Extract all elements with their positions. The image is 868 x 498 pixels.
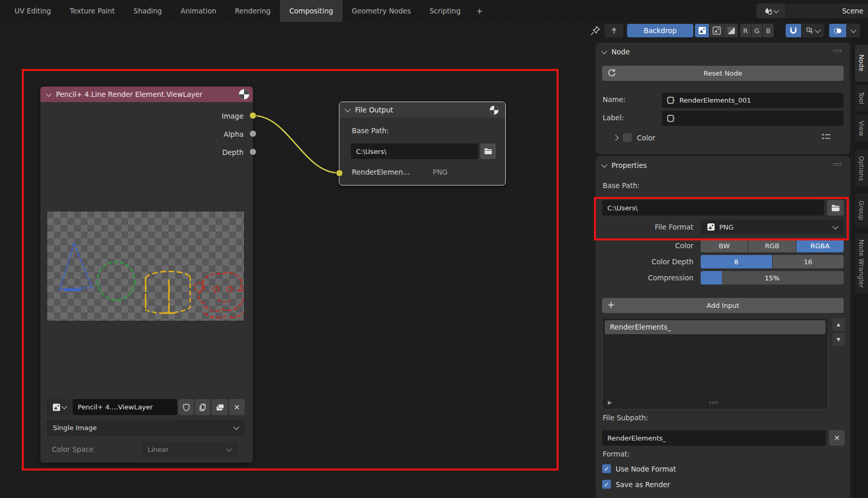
color-subpanel-row[interactable]: Color bbox=[614, 133, 655, 142]
tab-compositing[interactable]: Compositing bbox=[280, 0, 343, 22]
file-output-node[interactable]: File Output Base Path: C:\Users\ RenderE… bbox=[339, 102, 505, 185]
sidebar-tab-node[interactable]: Node bbox=[855, 44, 868, 82]
color-depth-16[interactable]: 16 bbox=[773, 255, 844, 268]
overlap-options-dropdown[interactable] bbox=[847, 24, 860, 37]
use-node-format-checkbox[interactable]: ✓ bbox=[602, 464, 611, 473]
base-path-field[interactable]: C:\Users\ bbox=[351, 144, 478, 159]
backdrop-channel-color-alpha-button[interactable] bbox=[695, 24, 709, 37]
tab-scripting[interactable]: Scripting bbox=[420, 0, 470, 22]
base-path-field[interactable]: C:\Users\ bbox=[602, 200, 824, 216]
sidebar-tab-group[interactable]: Group bbox=[855, 193, 868, 228]
use-node-format-row[interactable]: ✓ Use Node Format bbox=[602, 464, 676, 473]
image-source-dropdown[interactable]: Single Image bbox=[47, 420, 245, 436]
image-datablock-row: Pencil+ 4....ViewLayer ✕ bbox=[47, 399, 245, 415]
backdrop-channel-alpha-button[interactable] bbox=[724, 24, 738, 37]
render-layers-node-header[interactable]: Pencil+ 4.Line Render Element.ViewLayer bbox=[40, 87, 253, 102]
collapse-chevron-icon[interactable] bbox=[46, 91, 51, 96]
copy-button[interactable] bbox=[195, 399, 210, 415]
remove-input-button[interactable]: ✕ bbox=[829, 430, 845, 446]
magnet-icon bbox=[789, 26, 798, 35]
check-icon: ✓ bbox=[604, 481, 609, 488]
node-icon bbox=[667, 115, 675, 122]
sidebar-tab-options[interactable]: Options bbox=[855, 149, 868, 188]
color-space-dropdown[interactable]: Linear bbox=[141, 442, 237, 458]
scene-name[interactable]: Scene bbox=[786, 4, 868, 18]
file-slot-name: RenderElemen... bbox=[352, 168, 410, 176]
name-label: Name: bbox=[603, 95, 625, 104]
tab-animation[interactable]: Animation bbox=[171, 0, 225, 22]
color-depth-8[interactable]: 8 bbox=[701, 255, 772, 268]
add-input-button[interactable]: + Add Input bbox=[602, 298, 844, 313]
file-slots-list[interactable]: RenderElements_ ▶ bbox=[602, 318, 828, 409]
socket-output-image[interactable] bbox=[249, 112, 257, 119]
collapse-chevron-icon[interactable] bbox=[345, 106, 350, 112]
snap-toggle-button[interactable] bbox=[786, 24, 801, 37]
file-output-node-header[interactable]: File Output bbox=[339, 102, 505, 118]
image-color-alpha-icon bbox=[698, 26, 706, 35]
chevron-right-icon bbox=[613, 135, 618, 140]
node-icon bbox=[667, 96, 675, 104]
list-resize-grip-icon[interactable] bbox=[709, 401, 718, 404]
node-name-field[interactable]: RenderElements_001 bbox=[662, 93, 844, 108]
chevron-down-icon bbox=[832, 223, 838, 229]
channel-r-button[interactable]: R bbox=[740, 24, 751, 37]
reset-node-button[interactable]: Reset Node bbox=[602, 66, 844, 81]
node-panel-header[interactable]: Node bbox=[602, 48, 630, 56]
list-move-down-button[interactable]: ▼ bbox=[832, 333, 845, 346]
chevron-down-icon bbox=[61, 403, 67, 409]
unlink-button[interactable]: ✕ bbox=[229, 399, 245, 415]
sidebar-tab-tool[interactable]: Tool bbox=[855, 84, 868, 112]
image-color-icon bbox=[713, 26, 721, 35]
file-slot-list-item[interactable]: RenderElements_ bbox=[605, 320, 826, 334]
base-path-label: Base Path: bbox=[352, 126, 389, 135]
tab-texture-paint[interactable]: Texture Paint bbox=[60, 0, 124, 22]
overlap-toggle-button[interactable] bbox=[829, 24, 846, 37]
properties-panel: Properties Base Path: C:\Users\ File For… bbox=[596, 156, 850, 498]
open-folder-button[interactable] bbox=[480, 144, 496, 159]
image-name-field[interactable]: Pencil+ 4....ViewLayer bbox=[73, 399, 177, 415]
color-checkbox[interactable] bbox=[623, 133, 632, 142]
browse-folder-button[interactable] bbox=[827, 200, 844, 216]
file-subpath-field[interactable]: RenderElements_ bbox=[602, 430, 826, 446]
file-format-dropdown[interactable]: PNG bbox=[701, 220, 844, 234]
compression-slider[interactable]: 15% bbox=[701, 271, 844, 284]
pin-icon[interactable] bbox=[590, 25, 602, 37]
tab-uv-editing[interactable]: UV Editing bbox=[5, 0, 60, 22]
backdrop-channel-color-button[interactable] bbox=[709, 24, 723, 37]
scene-browse-button[interactable] bbox=[757, 4, 786, 18]
folder-icon bbox=[484, 148, 492, 155]
socket-output-depth[interactable] bbox=[249, 148, 257, 155]
color-presets-list-icon[interactable] bbox=[821, 132, 831, 141]
image-browse-button[interactable] bbox=[47, 399, 72, 415]
socket-input-image[interactable] bbox=[336, 169, 343, 177]
shield-button[interactable] bbox=[178, 399, 194, 415]
color-mode-rgb[interactable]: RGB bbox=[748, 239, 795, 252]
parent-node-tree-button[interactable] bbox=[605, 24, 623, 37]
add-workspace-button[interactable]: + bbox=[470, 0, 489, 22]
sidebar-tab-node-wrangler[interactable]: Node Wrangler bbox=[855, 233, 868, 294]
channel-g-button[interactable]: G bbox=[751, 24, 762, 37]
compression-value: 15% bbox=[701, 271, 844, 284]
channel-b-button[interactable]: B bbox=[763, 24, 774, 37]
list-move-up-button[interactable]: ▲ bbox=[832, 318, 845, 331]
tab-rendering[interactable]: Rendering bbox=[225, 0, 280, 22]
panel-grip-icon[interactable] bbox=[833, 49, 842, 52]
tab-geometry-nodes[interactable]: Geometry Nodes bbox=[343, 0, 420, 22]
socket-output-alpha[interactable] bbox=[249, 130, 257, 137]
tab-shading[interactable]: Shading bbox=[124, 0, 172, 22]
scene-selector[interactable]: Scene bbox=[757, 4, 868, 18]
render-layers-node[interactable]: Pencil+ 4.Line Render Element.ViewLayer … bbox=[40, 87, 253, 463]
backdrop-toggle-button[interactable]: Backdrop bbox=[627, 24, 693, 37]
snap-settings-dropdown[interactable] bbox=[802, 24, 824, 37]
pack-button[interactable] bbox=[211, 399, 228, 415]
node-label-field[interactable] bbox=[662, 111, 844, 126]
save-as-render-checkbox[interactable]: ✓ bbox=[602, 480, 611, 489]
color-mode-rgba[interactable]: RGBA bbox=[796, 239, 844, 252]
color-mode-bw[interactable]: BW bbox=[701, 239, 748, 252]
list-expand-icon[interactable]: ▶ bbox=[608, 400, 612, 405]
save-as-render-row[interactable]: ✓ Save as Render bbox=[602, 480, 670, 489]
color-space-label: Color Space bbox=[52, 445, 94, 453]
properties-panel-header[interactable]: Properties bbox=[602, 161, 647, 169]
sidebar-tab-view[interactable]: View bbox=[855, 115, 868, 142]
panel-grip-icon[interactable] bbox=[833, 163, 842, 166]
